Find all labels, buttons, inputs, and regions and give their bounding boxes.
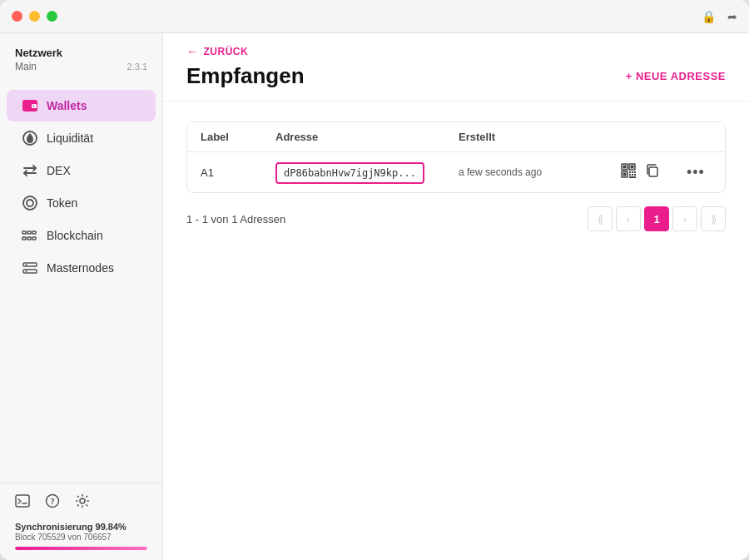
- network-sub: Main 2.3.1: [15, 61, 147, 72]
- svg-rect-25: [623, 173, 627, 176]
- table-header: Label Adresse Erstellt: [187, 122, 725, 152]
- svg-rect-29: [632, 174, 633, 176]
- new-address-button[interactable]: + NEUE ADRESSE: [626, 70, 726, 82]
- pagination-controls: ⟪ ‹ 1 › ⟫: [588, 206, 726, 231]
- svg-rect-6: [22, 231, 26, 234]
- table-row: A1 dP86babnHvw7igjN9kp... a few seconds …: [187, 152, 725, 192]
- back-label: ZURÜCK: [204, 46, 249, 57]
- svg-rect-8: [32, 231, 36, 234]
- sidebar-item-masternodes[interactable]: Masternodes: [7, 252, 156, 284]
- sidebar-item-wallets[interactable]: Wallets: [7, 90, 156, 121]
- sidebar-item-label-liquiditat: Liquidität: [47, 131, 93, 145]
- share-icon[interactable]: ➦: [727, 10, 737, 23]
- col-actions: [620, 131, 687, 143]
- sidebar-nav: Wallets Liquidität: [0, 82, 162, 483]
- more-options-icon[interactable]: •••: [687, 164, 705, 181]
- sync-bar: [15, 547, 147, 550]
- svg-rect-13: [23, 270, 37, 273]
- sidebar-item-label-masternodes: Masternodes: [47, 261, 114, 275]
- cell-actions: [620, 162, 687, 182]
- svg-rect-23: [631, 166, 634, 169]
- svg-point-2: [33, 106, 35, 107]
- svg-rect-30: [634, 171, 636, 173]
- terminal-icon[interactable]: [15, 493, 30, 512]
- footer-icons: ?: [15, 493, 147, 512]
- pagination-row: 1 - 1 von 1 Adressen ⟪ ‹ 1 › ⟫: [186, 206, 726, 231]
- close-button[interactable]: [12, 11, 22, 22]
- svg-rect-27: [632, 171, 633, 173]
- svg-rect-10: [27, 237, 31, 240]
- maximize-button[interactable]: [47, 11, 57, 22]
- page-title: Empfangen: [186, 63, 305, 89]
- network-name: Main: [15, 61, 37, 72]
- sidebar-item-label-token: Token: [47, 196, 77, 210]
- sidebar-item-label-wallets: Wallets: [47, 99, 87, 112]
- sidebar: Netzwerk Main 2.3.1: [0, 33, 163, 560]
- svg-point-5: [27, 200, 33, 206]
- copy-icon[interactable]: [645, 163, 660, 181]
- cell-created: a few seconds ago: [459, 166, 620, 178]
- sync-label: Synchronisierung 99.84%: [15, 522, 147, 532]
- svg-point-14: [26, 264, 27, 265]
- page-1-button[interactable]: 1: [644, 206, 669, 231]
- sidebar-item-dex[interactable]: DEX: [7, 155, 156, 186]
- svg-rect-32: [629, 176, 636, 178]
- svg-point-19: [80, 498, 85, 503]
- sidebar-item-token[interactable]: Token: [7, 187, 156, 219]
- svg-rect-26: [629, 171, 631, 173]
- sidebar-item-liquiditat[interactable]: Liquidität: [7, 122, 156, 154]
- sync-bar-fill: [15, 547, 147, 550]
- sidebar-item-label-blockchain: Blockchain: [47, 229, 103, 242]
- minimize-button[interactable]: [29, 11, 40, 22]
- svg-rect-28: [629, 174, 631, 176]
- svg-rect-31: [634, 174, 636, 176]
- titlebar-icons: 🔒 ➦: [702, 10, 737, 23]
- network-label: Netzwerk: [15, 47, 147, 59]
- col-address: Adresse: [275, 131, 459, 143]
- svg-point-4: [23, 196, 37, 210]
- back-arrow-icon: ←: [186, 45, 199, 58]
- pagination-info: 1 - 1 von 1 Adressen: [186, 213, 285, 225]
- wallets-icon: [22, 97, 38, 114]
- col-created: Erstellt: [459, 131, 620, 143]
- sync-sub: Block 705529 von 706657: [15, 533, 147, 542]
- token-icon: [22, 195, 38, 211]
- svg-rect-11: [32, 237, 36, 240]
- content-body: Label Adresse Erstellt A1 dP86babnHvw7ig…: [163, 102, 749, 560]
- sidebar-footer: ? Synchronisierung 99.84% Block 705529 v…: [0, 483, 162, 560]
- sidebar-item-label-dex: DEX: [47, 164, 71, 177]
- traffic-lights: [12, 11, 57, 22]
- col-label: Label: [201, 131, 275, 143]
- liquiditat-icon: [22, 130, 38, 146]
- next-page-button[interactable]: ›: [672, 206, 697, 231]
- help-icon[interactable]: ?: [45, 493, 60, 512]
- svg-point-15: [26, 270, 27, 272]
- masternodes-icon: [22, 260, 38, 276]
- content-header: ← ZURÜCK Empfangen + NEUE ADRESSE: [163, 33, 749, 102]
- col-more: [687, 131, 712, 143]
- svg-rect-12: [23, 263, 37, 266]
- prev-page-button[interactable]: ‹: [616, 206, 641, 231]
- last-page-button[interactable]: ⟫: [701, 206, 726, 231]
- lock-icon[interactable]: 🔒: [702, 10, 716, 23]
- svg-rect-7: [27, 231, 31, 234]
- dex-icon: [22, 162, 38, 179]
- app-window: 🔒 ➦ Netzwerk Main 2.3.1: [0, 0, 749, 560]
- main-layout: Netzwerk Main 2.3.1: [0, 33, 749, 560]
- svg-rect-21: [623, 166, 627, 169]
- sidebar-header: Netzwerk Main 2.3.1: [0, 33, 162, 82]
- version-label: 2.3.1: [127, 62, 147, 72]
- svg-text:?: ?: [50, 496, 55, 506]
- sidebar-item-blockchain[interactable]: Blockchain: [7, 220, 156, 251]
- main-content: ← ZURÜCK Empfangen + NEUE ADRESSE Label …: [163, 33, 749, 560]
- qr-code-icon[interactable]: [620, 162, 637, 182]
- svg-rect-9: [22, 237, 26, 240]
- settings-icon[interactable]: [75, 493, 90, 512]
- svg-rect-16: [16, 495, 29, 507]
- address-value[interactable]: dP86babnHvw7igjN9kp...: [275, 162, 424, 184]
- title-row: Empfangen + NEUE ADRESSE: [186, 63, 726, 101]
- first-page-button[interactable]: ⟪: [588, 206, 613, 231]
- titlebar: 🔒 ➦: [0, 0, 749, 33]
- back-link[interactable]: ← ZURÜCK: [186, 45, 726, 58]
- cell-address: dP86babnHvw7igjN9kp...: [275, 166, 459, 179]
